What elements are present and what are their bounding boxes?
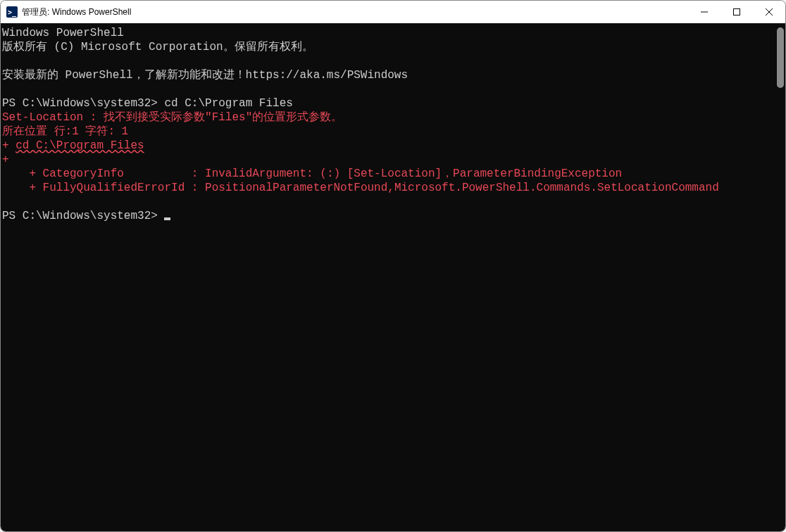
cursor <box>164 217 170 220</box>
error-line-3-cmd: cd C:\Program Files <box>15 139 144 152</box>
hint-line: 安装最新的 PowerShell，了解新功能和改进！https://aka.ms… <box>2 69 408 82</box>
maximize-icon <box>733 8 740 15</box>
banner-line-1: Windows PowerShell <box>2 27 124 39</box>
titlebar-left: >_ 管理员: Windows PowerShell <box>6 6 131 18</box>
close-icon <box>766 8 773 15</box>
error-line-2: 所在位置 行:1 字符: 1 <box>2 125 128 138</box>
terminal-output[interactable]: Windows PowerShell 版权所有 (C) Microsoft Co… <box>1 23 785 531</box>
error-line-6: + FullyQualifiedErrorId : PositionalPara… <box>2 182 719 194</box>
powershell-icon-glyph: >_ <box>8 8 16 16</box>
prompt-2: PS C:\Windows\system32> <box>2 210 164 222</box>
error-line-1: Set-Location : 找不到接受实际参数"Files"的位置形式参数。 <box>2 111 342 124</box>
titlebar[interactable]: >_ 管理员: Windows PowerShell <box>1 1 785 23</box>
error-line-4: + <box>2 153 15 166</box>
terminal-area[interactable]: Windows PowerShell 版权所有 (C) Microsoft Co… <box>1 23 785 531</box>
maximize-button[interactable] <box>720 1 753 23</box>
window-title: 管理员: Windows PowerShell <box>22 6 131 18</box>
scrollbar-thumb[interactable] <box>777 27 784 88</box>
command-1: cd C:\Program Files <box>164 97 292 110</box>
prompt-1: PS C:\Windows\system32> <box>2 97 164 110</box>
banner-line-2: 版权所有 (C) Microsoft Corporation。保留所有权利。 <box>2 41 313 53</box>
svg-rect-1 <box>734 9 740 15</box>
window-controls <box>688 1 785 23</box>
minimize-icon <box>701 8 708 15</box>
error-line-5: + CategoryInfo : InvalidArgument: (:) [S… <box>2 167 622 180</box>
powershell-icon: >_ <box>6 6 18 18</box>
powershell-window: >_ 管理员: Windows PowerShell Windows Power… <box>0 0 786 532</box>
error-line-3-prefix: + <box>2 139 15 152</box>
close-button[interactable] <box>753 1 785 23</box>
minimize-button[interactable] <box>688 1 720 23</box>
